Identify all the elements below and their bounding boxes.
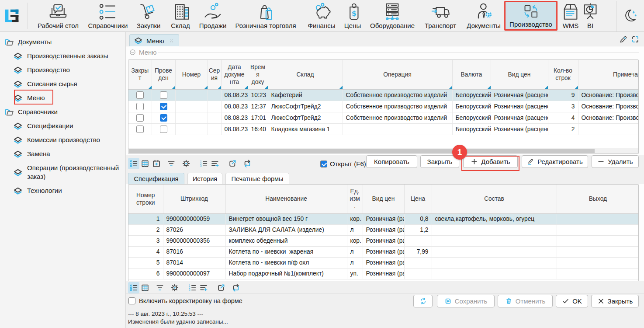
nav-item-warehouse[interactable]: Склад bbox=[165, 1, 196, 31]
closed-checkbox[interactable] bbox=[136, 114, 144, 122]
edit-mode-button[interactable] bbox=[619, 35, 628, 44]
closed-checkbox[interactable] bbox=[136, 126, 144, 133]
add-button[interactable]: Добавить bbox=[463, 155, 518, 168]
spec-row[interactable]: 1 9900000000059 Винегрет овощной вес 150… bbox=[128, 213, 639, 224]
orders-col-header[interactable]: Закрыт bbox=[128, 60, 152, 89]
nav-item-finance[interactable]: Финансы bbox=[303, 1, 341, 31]
orders-col-header[interactable]: Примечание bbox=[578, 60, 639, 89]
cancel-button[interactable]: Отменить bbox=[498, 295, 553, 307]
orders-col-header[interactable]: Время доку bbox=[248, 60, 268, 89]
orders-loop-button[interactable] bbox=[242, 158, 253, 169]
spec-list-plus-button[interactable] bbox=[198, 282, 209, 293]
spec-col-header[interactable]: Штрихкод bbox=[163, 185, 225, 213]
adjustment-toggle[interactable]: Включить корректировку на форме bbox=[128, 297, 242, 304]
orders-row[interactable]: 08.08.23 17:01 ЛюксСофтТрейд2 Собственно… bbox=[128, 112, 639, 123]
fullscreen-button[interactable] bbox=[631, 35, 640, 44]
tab-history[interactable]: История bbox=[187, 173, 222, 184]
nav-item-prices[interactable]: Цены bbox=[337, 1, 368, 31]
closed-checkbox[interactable] bbox=[136, 91, 144, 99]
spec-external-link-button[interactable] bbox=[215, 282, 227, 293]
spec-filter-button[interactable] bbox=[154, 282, 166, 293]
tree-item-0-0[interactable]: Производственные заказы bbox=[0, 49, 125, 63]
spec-col-header[interactable]: Выход bbox=[557, 185, 639, 213]
orders-external-link-button[interactable] bbox=[227, 158, 238, 169]
tab-print-forms[interactable]: Печатные формы bbox=[225, 173, 289, 184]
spec-col-header[interactable]: Вид цен bbox=[363, 185, 404, 213]
tab-specification[interactable]: Спецификация bbox=[128, 173, 184, 184]
copy-button[interactable]: Копировать bbox=[366, 155, 417, 168]
close-form-button[interactable]: Закрыть bbox=[591, 295, 639, 307]
tree-folder-1[interactable]: Справочники bbox=[0, 105, 125, 119]
spec-col-header[interactable]: Номер строки bbox=[128, 185, 163, 213]
save-button[interactable]: Сохранить bbox=[437, 295, 495, 307]
posted-checkbox[interactable] bbox=[160, 126, 167, 133]
open-checkbox[interactable] bbox=[320, 161, 327, 167]
orders-col-header[interactable]: Операция bbox=[343, 60, 452, 89]
tree-folder-0[interactable]: Документы bbox=[0, 35, 125, 49]
dark-mode-toggle[interactable] bbox=[620, 8, 637, 24]
nav-item-transport[interactable]: Транспорт bbox=[419, 1, 461, 31]
orders-col-header[interactable]: Валюта bbox=[452, 60, 491, 89]
nav-item-documents[interactable]: Документы bbox=[461, 1, 506, 31]
tree-item-1-3[interactable]: Операции (производственный заказ) bbox=[0, 161, 125, 184]
spec-grid-button[interactable] bbox=[139, 282, 151, 293]
orders-col-header[interactable]: Вид цен bbox=[491, 60, 548, 89]
horizontal-scrollbar[interactable] bbox=[128, 148, 638, 154]
orders-row[interactable]: 08.08.23 16:40 Кладовка магазина 1 Белор… bbox=[128, 123, 639, 135]
open-filter[interactable]: Открыт (F6) bbox=[320, 160, 366, 167]
orders-row[interactable]: 08.08.23 12:37 ЛюксСофтТрейд2 Собственно… bbox=[128, 101, 639, 112]
tree-item-0-2[interactable]: Списания сырья bbox=[0, 77, 125, 91]
orders-row[interactable]: 08.08.23 10:23 Кафетерий Собственное про… bbox=[128, 89, 639, 101]
tree-item-0-1[interactable]: Производство bbox=[0, 63, 125, 77]
orders-grid-button[interactable] bbox=[139, 158, 151, 169]
orders-col-header[interactable]: Номер bbox=[175, 60, 208, 89]
orders-numbered-list-button[interactable] bbox=[198, 158, 209, 169]
nav-item-references[interactable]: Справочники bbox=[83, 1, 133, 31]
spec-loop-button[interactable] bbox=[230, 282, 242, 293]
spec-col-header[interactable]: Состав bbox=[432, 185, 557, 213]
spec-row[interactable]: 3 9900000000356 комплекс обеденный кор. … bbox=[128, 235, 639, 246]
orders-col-header[interactable]: Серия bbox=[208, 60, 221, 89]
ok-button[interactable]: OK bbox=[556, 295, 588, 307]
posted-checkbox[interactable] bbox=[160, 103, 167, 110]
tree-item-1-0[interactable]: Спецификации bbox=[0, 119, 125, 133]
orders-col-header[interactable]: Склад bbox=[268, 60, 343, 89]
close-button[interactable]: Закрыть bbox=[420, 155, 459, 168]
spec-list-view-button[interactable] bbox=[128, 282, 139, 293]
document-tab-menu[interactable]: Меню bbox=[129, 34, 179, 47]
nav-item-desktop[interactable]: Рабочий стол bbox=[32, 1, 84, 31]
orders-filter-button[interactable] bbox=[166, 158, 177, 169]
posted-checkbox[interactable] bbox=[160, 91, 167, 99]
refresh-button[interactable] bbox=[413, 295, 433, 307]
group-box-header[interactable]: Меню bbox=[129, 49, 157, 56]
tree-item-0-3[interactable]: Меню bbox=[0, 91, 125, 105]
orders-list-plus-button[interactable] bbox=[209, 158, 221, 169]
tab-close-icon[interactable] bbox=[169, 38, 174, 44]
spec-row[interactable]: 2 87026 ЗАЛИВКА ДЛЯ САЛАТА (изделие) л Р… bbox=[128, 224, 639, 235]
tree-item-1-2[interactable]: Замена bbox=[0, 147, 125, 161]
scrollbar-thumb[interactable] bbox=[129, 149, 595, 153]
delete-button[interactable]: Удалить bbox=[592, 155, 639, 168]
posted-checkbox[interactable] bbox=[160, 114, 167, 122]
nav-item-retail[interactable]: Розничная торговля bbox=[230, 1, 301, 31]
spec-numbered-list-button[interactable] bbox=[187, 282, 198, 293]
orders-col-header[interactable]: Проведен bbox=[152, 60, 175, 89]
spec-row[interactable]: 4 87016 Котлета по - киевски жареная л Р… bbox=[128, 246, 639, 257]
spec-row[interactable]: 5 87014 Котлета по - киевски п/ф охл л Р… bbox=[128, 257, 639, 268]
orders-list-view-button[interactable] bbox=[128, 158, 139, 169]
spec-col-header[interactable]: Цена bbox=[404, 185, 432, 213]
spec-row[interactable]: 6 9900000000097 Набор подарочный №1(комп… bbox=[128, 268, 639, 279]
adjustment-checkbox[interactable] bbox=[128, 297, 135, 304]
orders-col-header[interactable]: Дата документа bbox=[221, 60, 248, 89]
spec-col-header[interactable]: Ед. изм . bbox=[347, 185, 363, 213]
closed-checkbox[interactable] bbox=[136, 103, 144, 110]
spec-gear-button[interactable] bbox=[169, 282, 180, 293]
tree-item-1-4[interactable]: Технологии bbox=[0, 184, 125, 198]
nav-item-production[interactable]: Производство bbox=[504, 1, 557, 31]
orders-calendar-plus-button[interactable] bbox=[151, 158, 162, 169]
nav-item-bi[interactable]: BI bbox=[575, 1, 606, 31]
orders-gear-button[interactable] bbox=[180, 158, 192, 169]
tree-item-1-1[interactable]: Комиссии производство bbox=[0, 133, 125, 147]
nav-item-purchases[interactable]: Закупки bbox=[132, 1, 166, 31]
nav-item-sales[interactable]: Продажи bbox=[194, 1, 232, 31]
